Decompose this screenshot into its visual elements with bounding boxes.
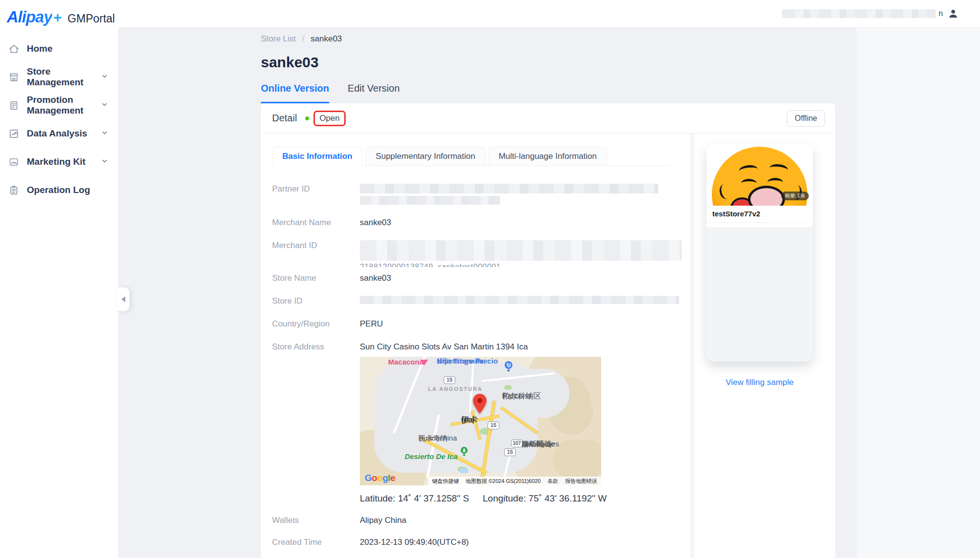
- home-icon: [8, 43, 20, 55]
- map-red-pin-icon: [473, 394, 487, 416]
- preview-store-name: testStore77v2: [706, 206, 813, 222]
- country-region-label: Country/Region: [272, 319, 360, 329]
- merchant-id-partial-text: 2188120000138749_sanketest000001: [360, 262, 682, 267]
- store-id-redacted: [360, 296, 679, 304]
- store-address-label: Store Address: [272, 342, 360, 352]
- sidebar: Alipay+ GMPortal Home Store Management P…: [0, 0, 118, 558]
- sidebar-item-data-analysis[interactable]: Data Analysis: [0, 119, 118, 148]
- tab-basic-information[interactable]: Basic Information: [272, 147, 363, 166]
- offline-button[interactable]: Offline: [787, 110, 825, 127]
- field-country-region: Country/Region PERU: [272, 319, 670, 329]
- map-report-error-link[interactable]: 报告地图错误: [565, 476, 597, 486]
- clipboard-icon: [8, 185, 20, 196]
- field-merchant-id: Merchant ID 2188120000138749_sanketest00…: [272, 240, 670, 267]
- chevron-down-icon: [101, 157, 108, 167]
- created-time-label: Created Time: [272, 537, 360, 547]
- version-tabs: Online Version Edit Version: [261, 83, 835, 103]
- map-route-badge-1s: 1S: [504, 448, 516, 456]
- store-photo: 相册: 1张: [706, 144, 813, 206]
- sidebar-nav: Home Store Management Promotion Manageme…: [0, 28, 118, 204]
- detail-card-header: Detail Open Offline: [261, 103, 835, 134]
- alipay-logo-text: Alipay: [7, 8, 52, 26]
- map-data-copyright: 地图数据 ©2024 GS(2011)6020: [466, 476, 541, 486]
- wallets-label: Wallets: [272, 515, 360, 525]
- detail-card: Detail Open Offline Basic Information Su…: [261, 103, 835, 558]
- map-label-la-angostura: LA ANGOSTURA: [428, 385, 483, 393]
- tab-multi-language-information[interactable]: Multi-language Information: [489, 147, 607, 166]
- merchant-name-label: Merchant Name: [272, 217, 360, 228]
- image-icon: [8, 156, 20, 168]
- store-name-value: sanke03: [360, 273, 391, 283]
- username-suffix: n: [939, 9, 943, 18]
- store-preview-card: 相册: 1张 testStore77v2: [706, 144, 813, 362]
- google-logo: Google: [365, 473, 395, 483]
- receipt-icon: [8, 100, 20, 111]
- alipay-plus-glyph: +: [53, 9, 62, 26]
- merchant-name-value: sanke03: [360, 217, 391, 228]
- merchant-id-label: Merchant ID: [272, 240, 360, 267]
- store-address-value: Sun City Casino Slots Av San Martin 1394…: [360, 342, 528, 352]
- photo-count-badge: 相册: 1张: [781, 192, 809, 200]
- sidebar-item-home[interactable]: Home: [0, 35, 118, 63]
- tab-edit-version[interactable]: Edit Version: [348, 83, 400, 103]
- coordinates-row: Latitude: 14˚ 4' 37.1258'' S Longitude: …: [360, 493, 607, 503]
- map-label-macacona: Macacona: [388, 358, 424, 366]
- map-attribution: 键盘快捷键 地图数据 ©2024 GS(2011)6020 条款 报告地图错误: [428, 477, 601, 485]
- created-time-value: 2023-12-13 09:49:40(UTC+8): [360, 537, 469, 547]
- store-location-map[interactable]: Macacona Hiperstore Precio Uno Tinguiña …: [360, 357, 601, 485]
- map-label-desierto-de-ica: Desierto De Ica: [405, 452, 457, 461]
- preview-divider: [706, 222, 813, 227]
- breadcrumb-current: sanke03: [311, 34, 342, 43]
- store-name-label: Store Name: [272, 273, 360, 283]
- store-icon: [8, 72, 20, 83]
- sidebar-item-label: Home: [27, 43, 108, 54]
- map-terms-link[interactable]: 条款: [548, 476, 558, 486]
- information-tabs: Basic Information Supplementary Informat…: [272, 146, 670, 166]
- chevron-down-icon: [101, 73, 108, 82]
- chart-icon: [8, 128, 20, 139]
- page-title: sanke03: [261, 54, 835, 71]
- longitude-value: Longitude: 75˚ 43' 36.1192'' W: [483, 493, 607, 503]
- status-open-dot: [305, 116, 309, 120]
- sidebar-item-label: Operation Log: [27, 185, 108, 195]
- view-filling-sample-link[interactable]: View filling sample: [706, 378, 813, 387]
- sidebar-item-marketing-kit[interactable]: Marketing Kit: [0, 148, 118, 176]
- field-created-time: Created Time 2023-12-13 09:49:40(UTC+8): [272, 537, 670, 547]
- sidebar-item-promotion-management[interactable]: Promotion Management: [0, 91, 118, 119]
- sidebar-collapse-handle[interactable]: [117, 287, 130, 311]
- tab-online-version[interactable]: Online Version: [261, 83, 329, 103]
- breadcrumb: Store List / sanke03: [261, 34, 835, 44]
- user-avatar-icon[interactable]: [948, 8, 959, 19]
- breadcrumb-store-list[interactable]: Store List: [261, 34, 296, 43]
- merchant-id-redacted: [360, 240, 682, 261]
- main-content: Store List / sanke03 sanke03 Online Vers…: [118, 28, 980, 558]
- map-route-badge-107: 107: [511, 440, 523, 447]
- partner-id-redacted: [360, 184, 658, 193]
- field-store-id: Store ID: [272, 296, 670, 306]
- brand-logo: Alipay+ GMPortal: [0, 0, 118, 28]
- map-keyboard-shortcuts[interactable]: 键盘快捷键: [432, 476, 459, 486]
- partner-id-label: Partner ID: [272, 184, 360, 205]
- sidebar-item-label: Marketing Kit: [27, 156, 101, 167]
- map-route-badge-1s: 1S: [444, 376, 455, 384]
- field-partner-id: Partner ID: [272, 184, 670, 205]
- partner-id-redacted-line2: [360, 196, 500, 205]
- map-park-pin-icon: [460, 446, 468, 460]
- annotation-red-box: Open: [314, 111, 346, 126]
- store-id-label: Store ID: [272, 296, 360, 306]
- redacted-username: [782, 9, 936, 18]
- map-shop-pin-icon: [504, 361, 513, 375]
- breadcrumb-separator: /: [302, 34, 305, 43]
- map-route-badge-1s: 1S: [488, 422, 499, 429]
- topbar: n: [118, 0, 980, 28]
- tab-supplementary-information[interactable]: Supplementary Information: [366, 147, 486, 166]
- basic-information-panel: Basic Information Supplementary Informat…: [261, 134, 695, 558]
- sidebar-item-operation-log[interactable]: Operation Log: [0, 176, 118, 204]
- right-margin-strip: [857, 28, 980, 558]
- chevron-down-icon: [101, 101, 108, 110]
- status-open-text: Open: [319, 114, 340, 123]
- latitude-value: Latitude: 14˚ 4' 37.1258'' S: [360, 493, 483, 503]
- field-store-address: Store Address Sun City Casino Slots Av S…: [272, 342, 670, 352]
- sidebar-item-store-management[interactable]: Store Management: [0, 63, 118, 91]
- filling-sample-panel: 相册: 1张 testStore77v2 View filling sample: [695, 134, 835, 558]
